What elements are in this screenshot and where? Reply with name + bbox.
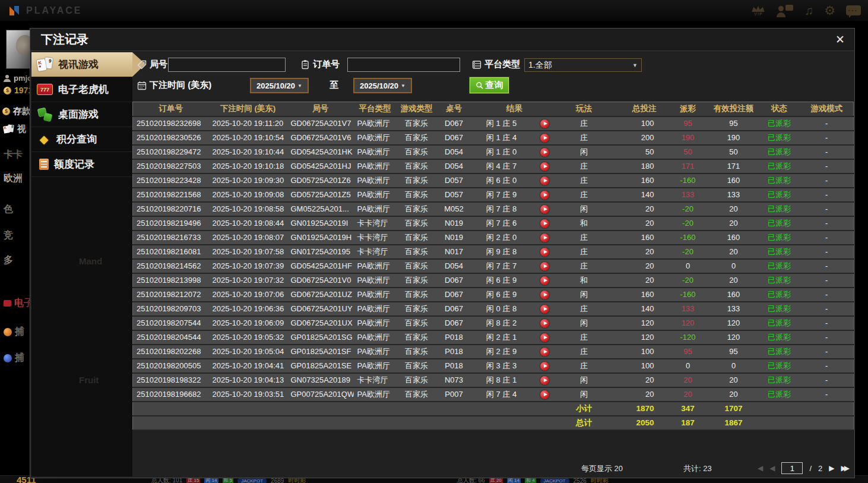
cell-round-id: GD05425A201HF <box>287 259 354 273</box>
sidebar-item-table-games[interactable]: 桌面游戏 <box>31 102 132 127</box>
sidebar-item-label: 额度记录 <box>54 157 94 171</box>
cell-game-mode: - <box>800 359 854 373</box>
round-id-input[interactable] <box>168 58 286 72</box>
replay-video-button[interactable] <box>540 233 549 242</box>
replay-video-button[interactable] <box>540 348 549 356</box>
replay-video-button[interactable] <box>540 119 549 128</box>
cell-valid-bet: 120 <box>709 330 759 345</box>
cell-play-type: 闲 <box>558 145 610 159</box>
cell-replay <box>532 288 558 302</box>
cell-table-no: D057 <box>437 188 471 202</box>
records-total-label: 共计: 23 <box>683 463 712 474</box>
replay-video-button[interactable] <box>540 305 549 314</box>
cell-replay <box>532 302 558 316</box>
cell-round-id: GD06725A201UZ <box>287 288 354 302</box>
cell-payout: 20 <box>667 373 709 387</box>
sidebar-item-quota[interactable]: 额度记录 <box>31 152 132 176</box>
column-header: 有效投注额 <box>709 102 759 116</box>
player-count: 闲 14 <box>204 478 218 483</box>
replay-video-button[interactable] <box>540 176 549 185</box>
replay-video-button[interactable] <box>540 390 549 399</box>
cell-table-no: N019 <box>437 216 471 231</box>
cell-payout: 133 <box>667 302 709 316</box>
next-page-icon[interactable]: ▶ <box>829 464 834 472</box>
cell-round-id: GP01825A201SF <box>287 345 354 359</box>
cell-game-mode: - <box>800 231 854 245</box>
replay-video-button[interactable] <box>540 248 549 257</box>
vip-icon[interactable]: VIP <box>750 5 766 16</box>
settings-gear-icon[interactable]: ⚙ <box>824 4 835 17</box>
replay-video-button[interactable] <box>540 162 549 171</box>
cards-icon <box>37 57 53 72</box>
cell-game-type: 百家乐 <box>397 173 437 188</box>
music-icon[interactable]: ♫ <box>804 4 813 17</box>
page-number-input[interactable] <box>781 462 803 474</box>
banker-count: 庄 20 <box>489 478 503 483</box>
replay-video-button[interactable] <box>540 319 549 328</box>
replay-video-button[interactable] <box>540 134 549 143</box>
cell-valid-bet: 20 <box>709 373 759 387</box>
platform-type-select[interactable]: 1.全部 ▼ <box>524 58 642 72</box>
search-icon <box>476 81 484 90</box>
prev-page-icon[interactable]: ◀ <box>769 464 775 472</box>
replay-video-button[interactable] <box>540 276 549 285</box>
order-id-input[interactable] <box>347 58 460 72</box>
table-header-row: 订单号下注时间 (美东)局号平台类型游戏类型桌号结果玩法总投注派彩有效投注额状态… <box>133 102 854 116</box>
cell-bet-time: 2025-10-20 19:03:51 <box>209 387 287 402</box>
cell-payout: -20 <box>667 273 709 288</box>
cell-replay <box>532 145 558 159</box>
cell-replay <box>532 373 558 387</box>
last-page-icon[interactable]: ▶▶ <box>841 464 850 472</box>
replay-video-button[interactable] <box>540 205 549 214</box>
cell-bet-time: 2025-10-20 19:04:41 <box>209 359 287 373</box>
cell-replay <box>532 245 558 259</box>
deposit-button[interactable]: 存款 <box>2 106 31 117</box>
replay-video-button[interactable] <box>540 376 549 385</box>
dialog-content: 局号 订单号 平台类型 1.全部 ▼ <box>132 51 854 478</box>
sidebar-item-points[interactable]: 积分查询 <box>31 127 132 151</box>
query-button[interactable]: 查询 <box>469 77 509 94</box>
sidebar-item-slots[interactable]: 电子老虎机 <box>31 77 132 102</box>
replay-video-button[interactable] <box>540 262 549 271</box>
cell-replay <box>532 188 558 202</box>
cell-result: 闲 6 庄 9 <box>471 273 532 288</box>
page-separator: / <box>809 464 812 473</box>
table-row: 2510201982167332025-10-20 19:08:07GN0192… <box>133 231 854 245</box>
cell-round-id: GD05425A201HJ <box>287 159 354 173</box>
column-header: 玩法 <box>558 102 610 116</box>
subtotal-row: 小计18703471707 <box>133 402 854 416</box>
cell-order-id: 251020198209703 <box>133 302 209 316</box>
replay-video-button[interactable] <box>540 291 549 299</box>
replay-video-button[interactable] <box>540 219 549 228</box>
cell-table-no: P018 <box>437 345 471 359</box>
lobby-nav-item: 竞 <box>4 229 13 242</box>
cell-game-mode: - <box>800 116 854 131</box>
sidebar-item-cards[interactable]: 视讯游戏 <box>31 52 132 77</box>
date-from-picker[interactable]: 2025/10/20 ▼ <box>250 78 309 93</box>
cell-bet-time: 2025-10-20 19:10:54 <box>209 131 287 145</box>
video-games-nav[interactable]: 视 <box>4 124 26 135</box>
cell-platform: PA欧洲厅 <box>354 145 397 159</box>
date-to-picker[interactable]: 2025/10/20 ▼ <box>353 78 412 93</box>
cell-result: 闲 7 庄 7 <box>471 259 532 273</box>
cell-total-bet: 20 <box>610 202 667 216</box>
cell-order-id: 251020198213998 <box>133 273 209 288</box>
replay-video-button[interactable] <box>540 333 549 342</box>
cell-game-type: 百家乐 <box>397 159 437 173</box>
tag-icon <box>137 60 147 70</box>
cell-platform: PA欧洲厅 <box>354 273 397 288</box>
table-row: 2510201981983222025-10-20 19:04:13GN0732… <box>133 373 854 387</box>
cell-game-mode: - <box>800 273 854 288</box>
replay-video-button[interactable] <box>540 148 549 157</box>
replay-video-button[interactable] <box>540 191 549 200</box>
replay-video-button[interactable] <box>540 362 549 371</box>
first-page-icon[interactable]: ◀ <box>758 464 763 472</box>
customer-service-icon[interactable] <box>777 4 793 18</box>
close-icon[interactable]: ✕ <box>835 34 845 45</box>
chat-bubble-icon[interactable] <box>846 5 861 15</box>
cell-payout: -160 <box>667 288 709 302</box>
totals-label: 小计 <box>558 402 610 416</box>
cell-game-mode: - <box>800 131 854 145</box>
cell-status: 已派彩 <box>759 359 800 373</box>
cell-valid-bet: 95 <box>709 116 759 131</box>
